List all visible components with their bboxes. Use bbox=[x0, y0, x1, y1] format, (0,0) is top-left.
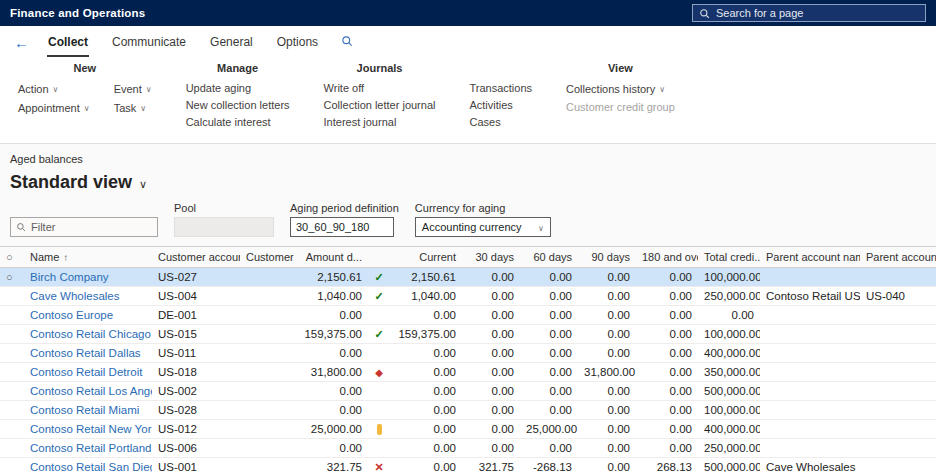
status-check-icon bbox=[374, 328, 383, 340]
global-search-input[interactable]: Search for a page bbox=[692, 4, 926, 22]
collection-letter-journal-button[interactable]: Collection letter journal bbox=[324, 98, 436, 112]
table-row[interactable]: Contoso Retail Miami US-028 0.00 0.00 0.… bbox=[0, 401, 936, 420]
60-days-cell: 0.00 bbox=[520, 306, 578, 325]
write-off-button[interactable]: Write off bbox=[324, 81, 436, 95]
table-row[interactable]: Cave Wholesales US-004 1,040.00 1,040.00… bbox=[0, 287, 936, 306]
update-aging-button[interactable]: Update aging bbox=[186, 81, 290, 95]
row-select-cell[interactable] bbox=[0, 344, 24, 363]
90-days-cell: 0.00 bbox=[578, 382, 636, 401]
customer-name-link[interactable]: Birch Company bbox=[24, 268, 152, 287]
180-and-over-cell: 0.00 bbox=[636, 382, 698, 401]
customer-extra-cell bbox=[240, 268, 296, 287]
column-header-30-days[interactable]: 30 days bbox=[462, 247, 520, 268]
task-menu-button[interactable]: Task bbox=[114, 100, 152, 116]
row-select-cell[interactable] bbox=[0, 268, 24, 287]
transactions-button[interactable]: Transactions bbox=[469, 81, 532, 95]
table-row[interactable]: Contoso Retail Los Angeles US-002 0.00 0… bbox=[0, 382, 936, 401]
chevron-down-icon bbox=[140, 100, 146, 116]
customer-name-link[interactable]: Contoso Retail Detroit bbox=[24, 363, 152, 382]
appointment-menu-button[interactable]: Appointment bbox=[18, 100, 90, 116]
30-days-cell: 0.00 bbox=[462, 420, 520, 439]
row-select-cell[interactable] bbox=[0, 439, 24, 458]
row-select-cell[interactable] bbox=[0, 420, 24, 439]
30-days-cell: 0.00 bbox=[462, 306, 520, 325]
customer-account-cell: DE-001 bbox=[152, 306, 240, 325]
amount-due-cell: 321.75 bbox=[296, 458, 368, 472]
ribbon-group-browse: Transactions Activities Cases bbox=[469, 62, 532, 129]
row-select-cell[interactable] bbox=[0, 306, 24, 325]
currency-for-aging-select[interactable]: Accounting currency bbox=[415, 217, 551, 237]
tab-communicate[interactable]: Communicate bbox=[111, 27, 187, 57]
table-row[interactable]: Contoso Retail Chicago US-015 159,375.00… bbox=[0, 325, 936, 344]
row-select-cell[interactable] bbox=[0, 382, 24, 401]
30-days-cell: 0.00 bbox=[462, 287, 520, 306]
column-header-90-days[interactable]: 90 days bbox=[578, 247, 636, 268]
current-cell: 0.00 bbox=[390, 344, 462, 363]
row-select-cell[interactable] bbox=[0, 458, 24, 472]
collections-history-button[interactable]: Collections history bbox=[566, 81, 675, 97]
grid-filter-input[interactable]: Filter bbox=[10, 217, 158, 237]
column-header-name[interactable]: Name bbox=[24, 247, 152, 268]
tab-options[interactable]: Options bbox=[276, 27, 319, 57]
table-row[interactable]: Contoso Retail Dallas US-011 0.00 0.00 0… bbox=[0, 344, 936, 363]
customer-name-link[interactable]: Contoso Europe bbox=[24, 306, 152, 325]
column-header-current[interactable]: Current bbox=[390, 247, 462, 268]
column-header-total-credit[interactable]: Total credi... bbox=[698, 247, 760, 268]
back-arrow-icon[interactable] bbox=[14, 34, 29, 51]
action-search-icon[interactable] bbox=[341, 33, 353, 51]
cases-button[interactable]: Cases bbox=[469, 115, 532, 129]
table-row[interactable]: Contoso Retail New York US-012 25,000.00… bbox=[0, 420, 936, 439]
event-menu-button[interactable]: Event bbox=[114, 81, 152, 97]
total-credit-cell: 100,000.00 bbox=[698, 325, 760, 344]
customer-name-link[interactable]: Contoso Retail Miami bbox=[24, 401, 152, 420]
amount-due-cell: 0.00 bbox=[296, 439, 368, 458]
status-cell bbox=[368, 306, 390, 325]
row-select-cell[interactable] bbox=[0, 325, 24, 344]
ribbon-group-title: View bbox=[566, 62, 675, 77]
column-header-180-and-over[interactable]: 180 and over bbox=[636, 247, 698, 268]
pool-field[interactable] bbox=[174, 217, 274, 237]
interest-journal-button[interactable]: Interest journal bbox=[324, 115, 436, 129]
column-header-amount-due[interactable]: Amount d... bbox=[296, 247, 368, 268]
column-header-parent-account-name[interactable]: Parent account name bbox=[760, 247, 860, 268]
ribbon-group-title: Journals bbox=[324, 62, 436, 77]
sort-ascending-icon bbox=[63, 252, 68, 263]
tab-collect[interactable]: Collect bbox=[47, 27, 89, 57]
customer-name-link[interactable]: Contoso Retail New York bbox=[24, 420, 152, 439]
row-select-cell[interactable] bbox=[0, 363, 24, 382]
customer-name-link[interactable]: Contoso Retail Portland bbox=[24, 439, 152, 458]
table-row[interactable]: Birch Company US-027 2,150.61 2,150.61 0… bbox=[0, 268, 936, 287]
column-header-customer[interactable]: Customer ... bbox=[240, 247, 296, 268]
row-select-cell[interactable] bbox=[0, 401, 24, 420]
customer-account-cell: US-001 bbox=[152, 458, 240, 472]
customer-name-link[interactable]: Cave Wholesales bbox=[24, 287, 152, 306]
aging-period-field[interactable]: 30_60_90_180 bbox=[290, 217, 394, 237]
row-select-cell[interactable] bbox=[0, 287, 24, 306]
amount-due-cell: 0.00 bbox=[296, 344, 368, 363]
customer-name-link[interactable]: Contoso Retail Dallas bbox=[24, 344, 152, 363]
row-select-radio[interactable] bbox=[6, 271, 13, 283]
table-row[interactable]: Contoso Retail Portland US-006 0.00 0.00… bbox=[0, 439, 936, 458]
table-row[interactable]: Contoso Retail Detroit US-018 31,800.00 … bbox=[0, 363, 936, 382]
column-header-parent-account[interactable]: Parent account bbox=[860, 247, 936, 268]
calculate-interest-button[interactable]: Calculate interest bbox=[186, 115, 290, 129]
customer-extra-cell bbox=[240, 344, 296, 363]
select-all-header[interactable] bbox=[0, 247, 24, 268]
column-header-60-days[interactable]: 60 days bbox=[520, 247, 578, 268]
view-selector[interactable]: Standard view bbox=[10, 172, 926, 193]
total-credit-cell: 250,000.00 bbox=[698, 287, 760, 306]
table-row[interactable]: Contoso Europe DE-001 0.00 0.00 0.00 0.0… bbox=[0, 306, 936, 325]
60-days-cell: -268.13 bbox=[520, 458, 578, 472]
chevron-down-icon bbox=[659, 81, 665, 97]
column-header-customer-account[interactable]: Customer account bbox=[152, 247, 240, 268]
select-all-radio[interactable] bbox=[6, 251, 13, 263]
table-row[interactable]: Contoso Retail San Diego US-001 321.75 0… bbox=[0, 458, 936, 472]
customer-name-link[interactable]: Contoso Retail San Diego bbox=[24, 458, 152, 472]
action-pane: New Action Appointment Event Task Manage… bbox=[0, 58, 936, 144]
activities-button[interactable]: Activities bbox=[469, 98, 532, 112]
customer-name-link[interactable]: Contoso Retail Los Angeles bbox=[24, 382, 152, 401]
new-collection-letters-button[interactable]: New collection letters bbox=[186, 98, 290, 112]
customer-name-link[interactable]: Contoso Retail Chicago bbox=[24, 325, 152, 344]
action-menu-button[interactable]: Action bbox=[18, 81, 90, 97]
tab-general[interactable]: General bbox=[209, 27, 254, 57]
